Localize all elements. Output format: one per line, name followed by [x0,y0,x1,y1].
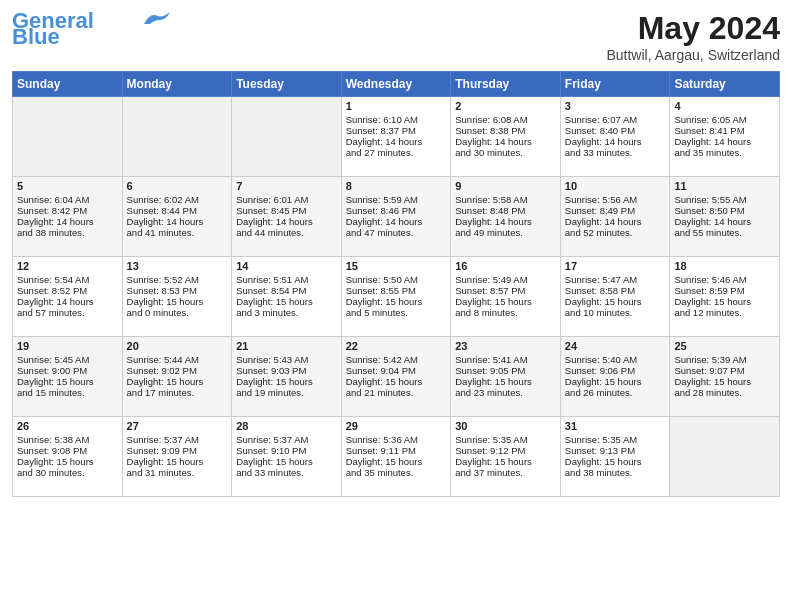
day-info: Sunset: 8:40 PM [565,125,666,136]
day-info: Daylight: 15 hours [674,296,775,307]
weekday-header-saturday: Saturday [670,72,780,97]
day-info: Sunset: 8:38 PM [455,125,556,136]
day-info: Sunrise: 5:49 AM [455,274,556,285]
day-info: Sunset: 8:53 PM [127,285,228,296]
day-info: Sunrise: 6:04 AM [17,194,118,205]
calendar-week-row: 26Sunrise: 5:38 AMSunset: 9:08 PMDayligh… [13,417,780,497]
day-info: Daylight: 15 hours [346,296,447,307]
day-info: Daylight: 14 hours [565,136,666,147]
day-number: 26 [17,420,118,432]
calendar-cell: 4Sunrise: 6:05 AMSunset: 8:41 PMDaylight… [670,97,780,177]
day-info: Sunset: 9:11 PM [346,445,447,456]
day-info: Daylight: 14 hours [674,136,775,147]
day-info: Daylight: 15 hours [127,376,228,387]
day-info: and 31 minutes. [127,467,228,478]
day-info: Sunrise: 5:59 AM [346,194,447,205]
weekday-header-friday: Friday [560,72,670,97]
calendar-cell: 18Sunrise: 5:46 AMSunset: 8:59 PMDayligh… [670,257,780,337]
day-info: Daylight: 15 hours [565,296,666,307]
day-info: and 44 minutes. [236,227,337,238]
day-number: 30 [455,420,556,432]
day-number: 4 [674,100,775,112]
day-info: Sunset: 8:52 PM [17,285,118,296]
day-number: 28 [236,420,337,432]
calendar-cell: 8Sunrise: 5:59 AMSunset: 8:46 PMDaylight… [341,177,451,257]
day-info: Sunset: 8:54 PM [236,285,337,296]
calendar-cell: 31Sunrise: 5:35 AMSunset: 9:13 PMDayligh… [560,417,670,497]
calendar-cell: 27Sunrise: 5:37 AMSunset: 9:09 PMDayligh… [122,417,232,497]
day-info: Daylight: 15 hours [455,296,556,307]
weekday-header-row: SundayMondayTuesdayWednesdayThursdayFrid… [13,72,780,97]
day-info: Daylight: 15 hours [565,376,666,387]
day-info: Sunrise: 5:38 AM [17,434,118,445]
day-info: Daylight: 15 hours [17,456,118,467]
day-info: Daylight: 15 hours [127,296,228,307]
calendar-cell: 19Sunrise: 5:45 AMSunset: 9:00 PMDayligh… [13,337,123,417]
calendar-cell: 9Sunrise: 5:58 AMSunset: 8:48 PMDaylight… [451,177,561,257]
day-number: 5 [17,180,118,192]
day-info: Sunrise: 5:54 AM [17,274,118,285]
day-info: Daylight: 15 hours [236,456,337,467]
day-number: 14 [236,260,337,272]
calendar-cell: 15Sunrise: 5:50 AMSunset: 8:55 PMDayligh… [341,257,451,337]
day-info: Daylight: 15 hours [17,376,118,387]
calendar-cell [13,97,123,177]
day-info: Daylight: 14 hours [17,216,118,227]
day-info: Sunset: 8:42 PM [17,205,118,216]
day-number: 7 [236,180,337,192]
calendar-cell: 7Sunrise: 6:01 AMSunset: 8:45 PMDaylight… [232,177,342,257]
day-info: Daylight: 14 hours [455,136,556,147]
calendar-cell: 28Sunrise: 5:37 AMSunset: 9:10 PMDayligh… [232,417,342,497]
day-info: Sunrise: 5:50 AM [346,274,447,285]
day-info: Sunrise: 5:47 AM [565,274,666,285]
day-info: Sunset: 8:45 PM [236,205,337,216]
calendar-cell: 22Sunrise: 5:42 AMSunset: 9:04 PMDayligh… [341,337,451,417]
day-number: 13 [127,260,228,272]
day-info: Sunset: 9:12 PM [455,445,556,456]
day-info: Sunset: 9:07 PM [674,365,775,376]
day-info: and 17 minutes. [127,387,228,398]
page-header: General Blue May 2024 Buttwil, Aargau, S… [12,10,780,63]
day-info: and 55 minutes. [674,227,775,238]
day-info: and 28 minutes. [674,387,775,398]
day-info: Sunrise: 5:51 AM [236,274,337,285]
calendar-cell: 6Sunrise: 6:02 AMSunset: 8:44 PMDaylight… [122,177,232,257]
day-number: 9 [455,180,556,192]
calendar-table: SundayMondayTuesdayWednesdayThursdayFrid… [12,71,780,497]
day-info: Sunrise: 5:44 AM [127,354,228,365]
calendar-week-row: 1Sunrise: 6:10 AMSunset: 8:37 PMDaylight… [13,97,780,177]
title-block: May 2024 Buttwil, Aargau, Switzerland [606,10,780,63]
day-info: Sunset: 9:02 PM [127,365,228,376]
day-info: Sunset: 9:10 PM [236,445,337,456]
day-info: and 10 minutes. [565,307,666,318]
day-info: Sunrise: 5:35 AM [565,434,666,445]
day-number: 12 [17,260,118,272]
month-year-title: May 2024 [606,10,780,47]
day-number: 3 [565,100,666,112]
day-info: Daylight: 14 hours [674,216,775,227]
day-info: Sunrise: 5:43 AM [236,354,337,365]
day-number: 20 [127,340,228,352]
day-info: Sunrise: 6:01 AM [236,194,337,205]
day-info: Sunrise: 6:10 AM [346,114,447,125]
day-info: and 21 minutes. [346,387,447,398]
day-number: 2 [455,100,556,112]
day-info: Sunrise: 5:55 AM [674,194,775,205]
day-info: Sunrise: 6:08 AM [455,114,556,125]
calendar-cell: 10Sunrise: 5:56 AMSunset: 8:49 PMDayligh… [560,177,670,257]
weekday-header-wednesday: Wednesday [341,72,451,97]
day-info: Sunset: 9:13 PM [565,445,666,456]
day-number: 1 [346,100,447,112]
day-info: and 3 minutes. [236,307,337,318]
calendar-cell: 5Sunrise: 6:04 AMSunset: 8:42 PMDaylight… [13,177,123,257]
day-number: 16 [455,260,556,272]
day-info: Sunrise: 5:52 AM [127,274,228,285]
day-number: 24 [565,340,666,352]
calendar-cell: 29Sunrise: 5:36 AMSunset: 9:11 PMDayligh… [341,417,451,497]
day-info: and 15 minutes. [17,387,118,398]
calendar-cell: 21Sunrise: 5:43 AMSunset: 9:03 PMDayligh… [232,337,342,417]
calendar-cell [670,417,780,497]
day-info: Daylight: 14 hours [346,136,447,147]
day-info: and 0 minutes. [127,307,228,318]
day-info: Daylight: 14 hours [455,216,556,227]
